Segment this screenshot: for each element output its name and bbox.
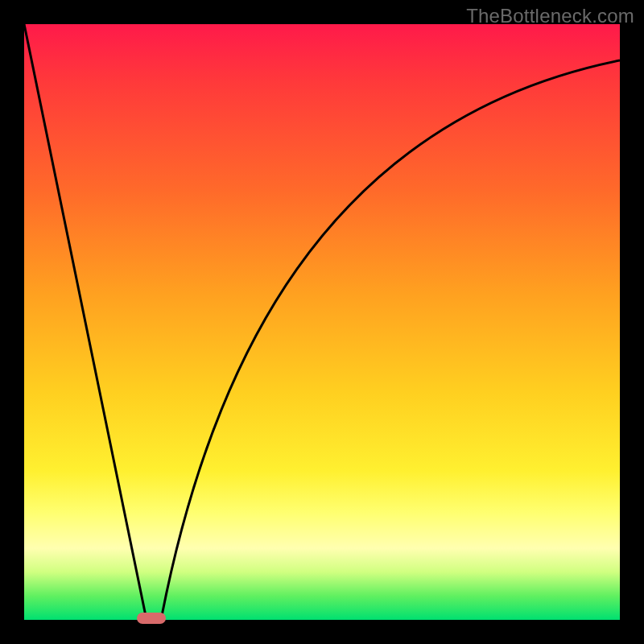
curve-left-branch [24, 24, 147, 620]
watermark-text: TheBottleneck.com [466, 5, 634, 27]
bottleneck-marker [137, 613, 166, 624]
bottleneck-curve [24, 24, 620, 620]
chart-frame: TheBottleneck.com [0, 0, 644, 644]
plot-area [24, 24, 620, 620]
curve-right-branch [161, 60, 620, 620]
